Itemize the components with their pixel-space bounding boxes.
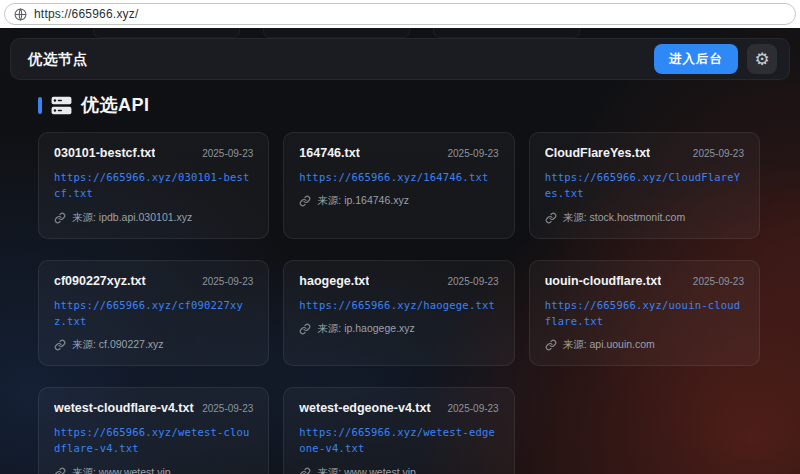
file-source: 来源: stock.hostmonit.com	[563, 211, 686, 225]
file-source-row: 来源: www.wetest.vip	[299, 466, 498, 474]
file-source-row: 来源: ipdb.api.030101.xyz	[54, 211, 253, 225]
file-source: 来源: www.wetest.vip	[72, 466, 171, 474]
browser-window: https://665966.xyz/ 优选节点 进入后台 ⚙	[0, 0, 800, 474]
file-date: 2025-09-23	[202, 276, 253, 287]
server-stack-icon	[51, 96, 72, 115]
api-card-grid: 030101-bestcf.txt 2025-09-23 https://665…	[38, 132, 760, 474]
api-card: 030101-bestcf.txt 2025-09-23 https://665…	[38, 132, 269, 239]
link-icon	[545, 212, 557, 224]
file-name: cf090227xyz.txt	[54, 274, 146, 288]
link-icon	[54, 339, 66, 351]
file-source: 来源: www.wetest.vip	[317, 466, 416, 474]
link-icon	[299, 323, 311, 335]
api-card: wetest-edgeone-v4.txt 2025-09-23 https:/…	[283, 387, 514, 474]
file-url-link[interactable]: https://665966.xyz/haogege.txt	[299, 297, 498, 313]
enter-admin-button[interactable]: 进入后台	[654, 44, 738, 74]
file-name: 164746.txt	[299, 146, 359, 160]
section-heading: 优选API	[38, 93, 760, 117]
file-name: CloudFlareYes.txt	[545, 146, 651, 160]
file-name: 030101-bestcf.txt	[54, 146, 155, 160]
file-source-row: 来源: api.uouin.com	[545, 338, 744, 352]
ghost-card	[263, 28, 410, 38]
link-icon	[299, 467, 311, 474]
file-source-row: 来源: www.wetest.vip	[54, 466, 253, 474]
file-source: 来源: ipdb.api.030101.xyz	[72, 211, 192, 225]
file-source-row: 来源: cf.090227.xyz	[54, 338, 253, 352]
file-url-link[interactable]: https://665966.xyz/030101-bestcf.txt	[54, 169, 253, 202]
file-url-link[interactable]: https://665966.xyz/uouin-cloudflare.txt	[545, 297, 744, 330]
file-source-row: 来源: ip.haogege.xyz	[299, 322, 498, 336]
section-marker-bar	[38, 97, 42, 114]
file-date: 2025-09-23	[448, 403, 499, 414]
file-date: 2025-09-23	[693, 276, 744, 287]
page-title: 优选节点	[28, 50, 88, 69]
file-source: 来源: ip.haogege.xyz	[317, 322, 414, 336]
file-date: 2025-09-23	[448, 276, 499, 287]
link-icon	[545, 339, 557, 351]
file-url-link[interactable]: https://665966.xyz/164746.txt	[299, 169, 498, 185]
ghost-card	[433, 28, 580, 38]
address-bar[interactable]: https://665966.xyz/	[4, 3, 796, 25]
settings-button[interactable]: ⚙	[747, 44, 777, 74]
file-url-link[interactable]: https://665966.xyz/wetest-cloudflare-v4.…	[54, 424, 253, 457]
link-icon	[54, 212, 66, 224]
api-card: haogege.txt 2025-09-23 https://665966.xy…	[283, 260, 514, 367]
ghost-card	[93, 28, 240, 38]
file-url-link[interactable]: https://665966.xyz/cf090227xyz.txt	[54, 297, 253, 330]
gear-icon: ⚙	[754, 49, 769, 69]
api-card: CloudFlareYes.txt 2025-09-23 https://665…	[529, 132, 760, 239]
header-actions: 进入后台 ⚙	[654, 44, 777, 74]
link-icon	[54, 467, 66, 474]
file-source: 来源: cf.090227.xyz	[72, 338, 164, 352]
file-date: 2025-09-23	[693, 148, 744, 159]
api-card: uouin-cloudflare.txt 2025-09-23 https://…	[529, 260, 760, 367]
api-card: cf090227xyz.txt 2025-09-23 https://66596…	[38, 260, 269, 367]
section-title: 优选API	[81, 93, 150, 117]
api-card: 164746.txt 2025-09-23 https://665966.xyz…	[283, 132, 514, 239]
scrolled-cards-remnant	[93, 28, 580, 38]
file-url-link[interactable]: https://665966.xyz/wetest-edgeone-v4.txt	[299, 424, 498, 457]
page-content: 优选节点 进入后台 ⚙ 优选API 030	[0, 28, 800, 474]
browser-toolbar: https://665966.xyz/	[0, 0, 800, 28]
url-text: https://665966.xyz/	[34, 7, 139, 21]
file-name: wetest-edgeone-v4.txt	[299, 401, 430, 415]
api-card: wetest-cloudflare-v4.txt 2025-09-23 http…	[38, 387, 269, 474]
globe-icon	[14, 8, 27, 21]
file-name: wetest-cloudflare-v4.txt	[54, 401, 194, 415]
link-icon	[299, 195, 311, 207]
file-name: uouin-cloudflare.txt	[545, 274, 662, 288]
file-source: 来源: ip.164746.xyz	[317, 194, 409, 208]
file-url-link[interactable]: https://665966.xyz/CloudFlareYes.txt	[545, 169, 744, 202]
file-source: 来源: api.uouin.com	[563, 338, 655, 352]
file-date: 2025-09-23	[202, 148, 253, 159]
file-source-row: 来源: stock.hostmonit.com	[545, 211, 744, 225]
file-name: haogege.txt	[299, 274, 369, 288]
file-date: 2025-09-23	[448, 148, 499, 159]
page-header: 优选节点 进入后台 ⚙	[10, 38, 790, 80]
file-source-row: 来源: ip.164746.xyz	[299, 194, 498, 208]
file-date: 2025-09-23	[202, 403, 253, 414]
